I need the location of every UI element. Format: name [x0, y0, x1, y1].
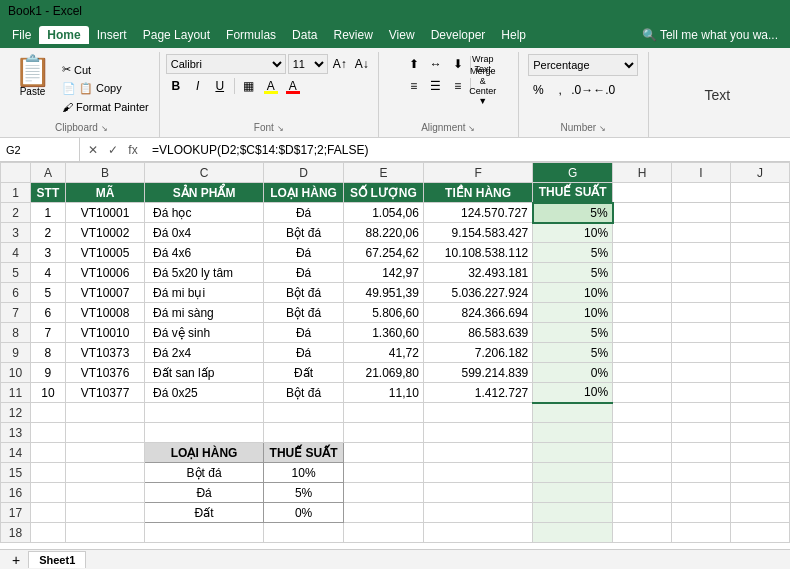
cell-g4[interactable]: 5% — [533, 243, 613, 263]
cell-g10[interactable]: 0% — [533, 363, 613, 383]
cell-g17[interactable] — [533, 503, 613, 523]
add-sheet-button[interactable]: + — [4, 550, 28, 570]
cell-e3[interactable]: 88.220,06 — [344, 223, 424, 243]
col-header-a[interactable]: A — [31, 163, 66, 183]
cell-j15[interactable] — [731, 463, 790, 483]
cell-i3[interactable] — [672, 223, 731, 243]
cell-b18[interactable] — [65, 523, 144, 543]
cell-c4[interactable]: Đá 4x6 — [145, 243, 264, 263]
cell-e13[interactable] — [344, 423, 424, 443]
cell-d3[interactable]: Bột đá — [264, 223, 344, 243]
cell-j9[interactable] — [731, 343, 790, 363]
cell-i11[interactable] — [672, 383, 731, 403]
cell-a2[interactable]: 1 — [31, 203, 66, 223]
cell-a4[interactable]: 3 — [31, 243, 66, 263]
cell-j7[interactable] — [731, 303, 790, 323]
percent-button[interactable]: % — [528, 80, 548, 100]
cell-d9[interactable]: Đá — [264, 343, 344, 363]
cell-d17[interactable]: 0% — [264, 503, 344, 523]
cell-c6[interactable]: Đá mi bụi — [145, 283, 264, 303]
cell-b8[interactable]: VT10010 — [65, 323, 144, 343]
cell-e1[interactable]: SỐ LƯỢNG — [344, 183, 424, 203]
col-header-j[interactable]: J — [731, 163, 790, 183]
cell-a1[interactable]: STT — [31, 183, 66, 203]
cell-h17[interactable] — [613, 503, 672, 523]
cell-j18[interactable] — [731, 523, 790, 543]
cell-j17[interactable] — [731, 503, 790, 523]
format-painter-button[interactable]: 🖌 Format Painter — [58, 99, 153, 115]
cell-d11[interactable]: Bột đá — [264, 383, 344, 403]
cell-c14[interactable]: LOẠI HÀNG — [145, 443, 264, 463]
cell-f10[interactable]: 599.214.839 — [423, 363, 532, 383]
cell-h3[interactable] — [613, 223, 672, 243]
cut-button[interactable]: ✂ Cut — [58, 61, 153, 78]
cell-i1[interactable] — [672, 183, 731, 203]
cell-b12[interactable] — [65, 403, 144, 423]
col-header-c[interactable]: C — [145, 163, 264, 183]
copy-button[interactable]: 📄 📋 Copy — [58, 80, 153, 97]
cell-h9[interactable] — [613, 343, 672, 363]
cell-f9[interactable]: 7.206.182 — [423, 343, 532, 363]
menu-review[interactable]: Review — [325, 26, 380, 44]
cell-a9[interactable]: 8 — [31, 343, 66, 363]
cell-i17[interactable] — [672, 503, 731, 523]
row-num-7[interactable]: 7 — [1, 303, 31, 323]
cell-c13[interactable] — [145, 423, 264, 443]
cell-a15[interactable] — [31, 463, 66, 483]
cell-i18[interactable] — [672, 523, 731, 543]
align-bottom-button[interactable]: ⬇ — [448, 54, 468, 74]
menu-insert[interactable]: Insert — [89, 26, 135, 44]
menu-help[interactable]: Help — [493, 26, 534, 44]
cell-h6[interactable] — [613, 283, 672, 303]
cell-j16[interactable] — [731, 483, 790, 503]
cell-h13[interactable] — [613, 423, 672, 443]
cell-a6[interactable]: 5 — [31, 283, 66, 303]
cell-c2[interactable]: Đá học — [145, 203, 264, 223]
cell-j1[interactable] — [731, 183, 790, 203]
cell-h11[interactable] — [613, 383, 672, 403]
spreadsheet-container[interactable]: A B C D E F G H I J 1 STT MÃ SẢN PHẨM LO… — [0, 162, 790, 549]
cell-d5[interactable]: Đá — [264, 263, 344, 283]
cell-b2[interactable]: VT10001 — [65, 203, 144, 223]
align-center-button[interactable]: ☰ — [426, 76, 446, 96]
menu-home[interactable]: Home — [39, 26, 88, 44]
cell-h1[interactable] — [613, 183, 672, 203]
menu-formulas[interactable]: Formulas — [218, 26, 284, 44]
cell-f1[interactable]: TIỀN HÀNG — [423, 183, 532, 203]
cell-h7[interactable] — [613, 303, 672, 323]
cell-a14[interactable] — [31, 443, 66, 463]
cell-e9[interactable]: 41,72 — [344, 343, 424, 363]
cell-c10[interactable]: Đất san lấp — [145, 363, 264, 383]
cell-h5[interactable] — [613, 263, 672, 283]
col-header-d[interactable]: D — [264, 163, 344, 183]
cell-e4[interactable]: 67.254,62 — [344, 243, 424, 263]
cell-f16[interactable] — [423, 483, 532, 503]
row-num-6[interactable]: 6 — [1, 283, 31, 303]
cell-f14[interactable] — [423, 443, 532, 463]
cell-e12[interactable] — [344, 403, 424, 423]
col-header-b[interactable]: B — [65, 163, 144, 183]
cell-j12[interactable] — [731, 403, 790, 423]
cell-f12[interactable] — [423, 403, 532, 423]
increase-decimal-button[interactable]: .0→ — [572, 80, 592, 100]
cell-e10[interactable]: 21.069,80 — [344, 363, 424, 383]
cell-f5[interactable]: 32.493.181 — [423, 263, 532, 283]
cell-j13[interactable] — [731, 423, 790, 443]
font-size-select[interactable]: 11 — [288, 54, 328, 74]
cell-g18[interactable] — [533, 523, 613, 543]
row-num-2[interactable]: 2 — [1, 203, 31, 223]
row-num-12[interactable]: 12 — [1, 403, 31, 423]
cell-d18[interactable] — [264, 523, 344, 543]
cell-i12[interactable] — [672, 403, 731, 423]
cell-b14[interactable] — [65, 443, 144, 463]
cell-g9[interactable]: 5% — [533, 343, 613, 363]
row-num-18[interactable]: 18 — [1, 523, 31, 543]
cell-d16[interactable]: 5% — [264, 483, 344, 503]
cell-f8[interactable]: 86.583.639 — [423, 323, 532, 343]
decrease-font-button[interactable]: A↓ — [352, 54, 372, 74]
cell-g12[interactable] — [533, 403, 613, 423]
menu-data[interactable]: Data — [284, 26, 325, 44]
cell-a12[interactable] — [31, 403, 66, 423]
cell-b7[interactable]: VT10008 — [65, 303, 144, 323]
cell-g5[interactable]: 5% — [533, 263, 613, 283]
